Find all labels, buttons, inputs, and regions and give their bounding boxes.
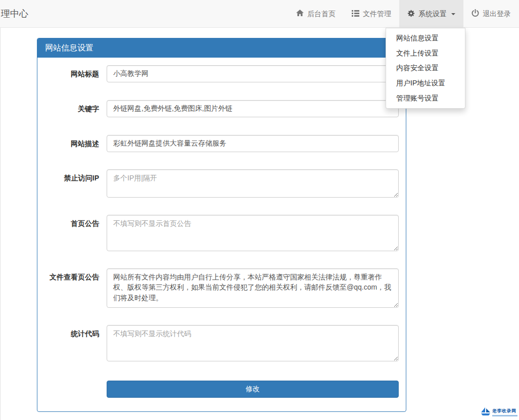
page-left-edge xyxy=(0,0,1,420)
top-navbar: 理中心 后台首页 文件管理 xyxy=(0,0,519,28)
gear-icon xyxy=(407,10,415,19)
watermark-subtext-bar xyxy=(492,415,517,416)
navbar-menu: 后台首页 文件管理 系统设 xyxy=(288,0,519,28)
dropdown-item-content-safety[interactable]: 内容安全设置 xyxy=(386,61,465,76)
brand-title: 理中心 xyxy=(1,0,28,28)
site-description-input[interactable] xyxy=(107,135,399,152)
submit-button[interactable]: 修改 xyxy=(107,381,399,398)
watermark-logo-icon xyxy=(481,407,491,418)
site-description-label: 网站描述 xyxy=(45,135,99,149)
homepage-notice-textarea[interactable] xyxy=(107,215,399,251)
system-settings-dropdown: 网站信息设置 文件上传设置 内容安全设置 用户IP地址设置 管理账号设置 xyxy=(386,28,465,109)
keywords-label: 关键字 xyxy=(45,100,99,114)
chevron-down-icon xyxy=(451,13,455,15)
file-view-notice-textarea[interactable]: 网站所有文件内容均由用户自行上传分享，本站严格遵守国家相关法律法规，尊重著作权、… xyxy=(107,268,399,308)
nav-item-label: 退出登录 xyxy=(483,10,511,19)
nav-item-logout[interactable]: 退出登录 xyxy=(463,0,519,28)
power-icon xyxy=(471,9,479,19)
nav-item-file-management[interactable]: 文件管理 xyxy=(344,0,399,28)
nav-item-label: 文件管理 xyxy=(363,10,391,19)
nav-item-label: 系统设置 xyxy=(418,10,447,19)
site-title-input[interactable] xyxy=(107,65,399,82)
blocked-ip-label: 禁止访问IP xyxy=(45,169,99,183)
blocked-ip-textarea[interactable] xyxy=(107,169,399,198)
dropdown-item-user-ip[interactable]: 用户IP地址设置 xyxy=(386,76,465,91)
dropdown-item-file-upload[interactable]: 文件上传设置 xyxy=(386,46,465,61)
home-icon xyxy=(296,10,304,18)
dropdown-item-admin-account[interactable]: 管理账号设置 xyxy=(386,91,465,106)
panel-title: 网站信息设置 xyxy=(37,38,406,58)
site-watermark: 老李收录网 xyxy=(481,407,517,418)
nav-item-dashboard[interactable]: 后台首页 xyxy=(288,0,344,28)
keywords-input[interactable] xyxy=(107,100,399,117)
nav-item-label: 后台首页 xyxy=(307,10,336,19)
stats-code-textarea[interactable] xyxy=(107,325,399,361)
list-icon xyxy=(352,10,359,18)
dropdown-item-site-info[interactable]: 网站信息设置 xyxy=(386,31,465,46)
site-title-label: 网站标题 xyxy=(45,65,99,79)
file-view-notice-label: 文件查看页公告 xyxy=(45,268,99,282)
watermark-text: 老李收录网 xyxy=(492,409,516,414)
site-info-settings-panel: 网站信息设置 网站标题 关键字 网站描述 禁止访问IP 首页公告 文件查看页公告… xyxy=(37,38,406,412)
nav-item-system-settings[interactable]: 系统设置 xyxy=(399,0,463,28)
homepage-notice-label: 首页公告 xyxy=(45,215,99,228)
stats-code-label: 统计代码 xyxy=(45,325,99,339)
